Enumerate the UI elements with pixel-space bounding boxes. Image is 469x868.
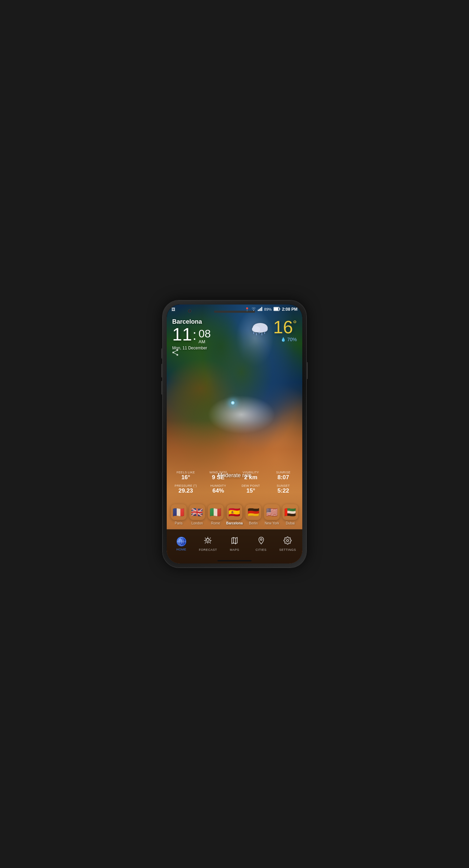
dewpoint-stat: Dew Point 15° bbox=[234, 483, 267, 496]
sunrise-label: Sunrise bbox=[270, 471, 297, 474]
battery-percent: 89% bbox=[264, 307, 272, 311]
status-bar: 🖼 📍 bbox=[167, 305, 302, 314]
svg-rect-3 bbox=[261, 307, 262, 311]
humidity-stat-value: 64% bbox=[205, 487, 232, 494]
nav-item-cities[interactable]: CITIES bbox=[248, 534, 275, 554]
city-label-rome: Rome bbox=[211, 521, 220, 525]
visibility-value: 2 km bbox=[237, 474, 264, 481]
svg-rect-5 bbox=[274, 308, 278, 310]
cities-nav-label: CITIES bbox=[256, 548, 267, 551]
signal-icon bbox=[258, 307, 263, 312]
wind-stat: Wind (m/s) 9 SE bbox=[202, 469, 234, 482]
settings-nav-label: SETTINGS bbox=[279, 548, 296, 551]
pressure-label: Pressure (") bbox=[172, 484, 199, 487]
city-label-new-york: New York bbox=[265, 521, 279, 525]
share-icon[interactable] bbox=[172, 349, 179, 358]
phone-device: 🖼 📍 bbox=[163, 300, 306, 568]
svg-rect-1 bbox=[259, 309, 260, 311]
city-flag-london: 🇬🇧 bbox=[189, 504, 205, 520]
svg-rect-10 bbox=[253, 332, 254, 334]
nav-item-forecast[interactable]: FORECAST bbox=[195, 534, 221, 554]
city-label-paris: Paris bbox=[175, 521, 183, 525]
visibility-stat: Visibility 2 km bbox=[234, 469, 267, 482]
pressure-value: 29.23 bbox=[172, 487, 199, 494]
svg-rect-11 bbox=[256, 333, 257, 335]
weather-stats: Feels like 16° Wind (m/s) 9 SE Visibilit… bbox=[167, 469, 302, 496]
wifi-icon bbox=[251, 307, 256, 312]
svg-rect-13 bbox=[262, 333, 262, 335]
svg-rect-6 bbox=[279, 308, 280, 310]
humidity-display: 💧 70% bbox=[281, 337, 297, 342]
wind-label: Wind (m/s) bbox=[205, 471, 232, 474]
city-flag-dubai: 🇦🇪 bbox=[282, 504, 298, 520]
location-marker bbox=[230, 400, 235, 405]
dewpoint-value: 15° bbox=[237, 487, 264, 494]
city-flag-paris: 🇫🇷 bbox=[171, 504, 187, 520]
volume-down-button[interactable] bbox=[161, 381, 163, 395]
svg-point-8 bbox=[252, 326, 260, 332]
svg-rect-14 bbox=[264, 332, 265, 334]
volume-up-button[interactable] bbox=[161, 364, 163, 377]
battery-icon bbox=[274, 307, 280, 312]
nav-item-settings[interactable]: SETTINGS bbox=[274, 534, 301, 554]
weather-header: Barcelona 11 : 08 AM Mon, 11 December bbox=[167, 315, 302, 353]
home-nav-icon bbox=[177, 537, 186, 546]
city-label-barcelona: Barcelona bbox=[226, 521, 243, 525]
weather-condition-icon bbox=[250, 320, 270, 334]
sunset-label: Sunset bbox=[270, 484, 297, 487]
weather-right: 16° 💧 70% bbox=[250, 318, 297, 342]
time-minutes: 08 bbox=[199, 328, 211, 339]
svg-point-16 bbox=[177, 354, 178, 356]
sunset-value: 5:22 bbox=[270, 487, 297, 494]
cities-nav-icon bbox=[257, 536, 265, 547]
time-ampm: AM bbox=[199, 339, 211, 344]
svg-point-9 bbox=[261, 326, 268, 332]
humidity-stat: Humidity 64% bbox=[202, 483, 234, 496]
pressure-stat: Pressure (") 29.23 bbox=[169, 483, 202, 496]
svg-point-15 bbox=[177, 349, 178, 351]
feels-like-stat: Feels like 16° bbox=[169, 469, 202, 482]
city-item-new-york[interactable]: 🇺🇸New York bbox=[264, 504, 280, 525]
svg-rect-2 bbox=[260, 308, 261, 311]
city-flag-rome: 🇮🇹 bbox=[208, 504, 224, 520]
maps-nav-icon bbox=[230, 536, 239, 547]
cities-row: 🇫🇷Paris🇬🇧London🇮🇹Rome🇪🇸Barcelona🇩🇪Berlin… bbox=[167, 504, 302, 525]
status-time: 2:08 PM bbox=[282, 307, 297, 312]
city-label-dubai: Dubai bbox=[286, 521, 295, 525]
svg-line-19 bbox=[174, 353, 177, 355]
svg-point-27 bbox=[260, 538, 262, 540]
feels-like-value: 16° bbox=[172, 474, 199, 481]
maps-nav-label: MAPS bbox=[230, 548, 239, 551]
city-label-london: London bbox=[191, 521, 203, 525]
sunrise-value: 8:07 bbox=[270, 474, 297, 481]
image-icon: 🖼 bbox=[172, 307, 175, 311]
city-item-barcelona[interactable]: 🇪🇸Barcelona bbox=[226, 504, 243, 525]
city-flag-barcelona: 🇪🇸 bbox=[227, 504, 242, 520]
power-button[interactable] bbox=[306, 362, 308, 379]
city-flag-berlin: 🇩🇪 bbox=[245, 504, 261, 520]
raindrop-icon: 💧 bbox=[281, 337, 286, 342]
forecast-nav-label: FORECAST bbox=[199, 548, 217, 551]
nav-item-maps[interactable]: MAPS bbox=[221, 534, 248, 554]
svg-rect-0 bbox=[258, 310, 259, 311]
city-item-dubai[interactable]: 🇦🇪Dubai bbox=[282, 504, 298, 525]
svg-rect-12 bbox=[259, 332, 259, 334]
city-flag-new-york: 🇺🇸 bbox=[264, 504, 280, 520]
forecast-nav-icon bbox=[204, 536, 212, 547]
city-item-london[interactable]: 🇬🇧London bbox=[189, 504, 205, 525]
humidity-stat-label: Humidity bbox=[205, 484, 232, 487]
home-globe-icon bbox=[177, 537, 186, 546]
time-hours: 11 bbox=[172, 325, 192, 343]
sunset-stat: Sunset 5:22 bbox=[267, 483, 300, 496]
volume-silent-button[interactable] bbox=[161, 348, 163, 359]
location-status-icon: 📍 bbox=[245, 307, 250, 312]
city-item-paris[interactable]: 🇫🇷Paris bbox=[171, 504, 187, 525]
city-item-rome[interactable]: 🇮🇹Rome bbox=[208, 504, 224, 525]
visibility-label: Visibility bbox=[237, 471, 264, 474]
sunrise-stat: Sunrise 8:07 bbox=[267, 469, 300, 482]
nav-item-home[interactable]: HOME bbox=[168, 534, 195, 554]
wind-value: 9 SE bbox=[205, 474, 232, 481]
city-section: Barcelona 11 : 08 AM Mon, 11 December bbox=[172, 318, 250, 350]
city-item-berlin[interactable]: 🇩🇪Berlin bbox=[245, 504, 261, 525]
dewpoint-label: Dew Point bbox=[237, 484, 264, 487]
